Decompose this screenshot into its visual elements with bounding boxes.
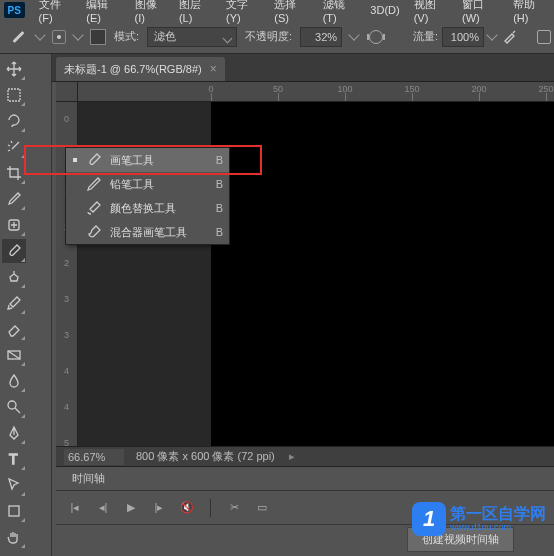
first-frame-icon[interactable]: |◂ <box>68 501 82 515</box>
dodge-tool[interactable] <box>2 395 26 419</box>
flyout-item-label: 铅笔工具 <box>110 177 208 192</box>
eyedropper-tool[interactable] <box>2 187 26 211</box>
menu-image[interactable]: 图像(I) <box>129 0 171 26</box>
timeline-tabs: 时间轴 <box>56 467 554 491</box>
app-logo: PS <box>4 2 25 18</box>
spot-heal-tool[interactable] <box>2 213 26 237</box>
clone-stamp-tool[interactable] <box>2 265 26 289</box>
gradient-tool[interactable] <box>2 343 26 367</box>
svg-text:T: T <box>9 451 18 467</box>
transition-icon[interactable]: ▭ <box>255 501 269 515</box>
blend-mode-select[interactable]: 滤色 <box>147 27 237 47</box>
menu-window[interactable]: 窗口(W) <box>456 0 505 26</box>
opacity-input[interactable]: 32% <box>300 27 342 47</box>
flyout-dot-spacer <box>72 181 78 187</box>
tablet-pressure-icon[interactable] <box>534 27 554 47</box>
opacity-label: 不透明度: <box>245 29 292 44</box>
document-tab-title: 未标题-1 @ 66.7%(RGB/8#) <box>64 62 202 77</box>
flyout-shortcut: B <box>216 226 223 238</box>
move-tool[interactable] <box>2 57 26 81</box>
magic-wand-tool[interactable] <box>2 135 26 159</box>
flyout-shortcut: B <box>216 202 223 214</box>
menu-layer[interactable]: 图层(L) <box>173 0 218 26</box>
history-brush-tool[interactable] <box>2 291 26 315</box>
flyout-dot-spacer <box>72 205 78 211</box>
crop-tool[interactable] <box>2 161 26 185</box>
watermark-url: www.d1qu.com <box>450 522 546 532</box>
type-tool[interactable]: T <box>2 447 26 471</box>
flyout-shortcut: B <box>216 154 223 166</box>
watermark: 1 第一区自学网 www.d1qu.com <box>412 502 546 536</box>
pen-tool[interactable] <box>2 421 26 445</box>
split-icon[interactable]: ✂ <box>227 501 241 515</box>
tools-panel: T ⋯ <box>0 54 52 556</box>
brush-size-preview[interactable] <box>52 30 66 44</box>
flyout-item-label: 颜色替换工具 <box>110 201 208 216</box>
shape-tool[interactable] <box>2 499 26 523</box>
menubar: PS 文件(F) 编辑(E) 图像(I) 图层(L) 文字(Y) 选择(S) 滤… <box>0 0 554 20</box>
next-frame-icon[interactable]: |▸ <box>152 501 166 515</box>
brush-icon <box>86 152 102 168</box>
menu-file[interactable]: 文件(F) <box>33 0 79 26</box>
document-dimensions: 800 像素 x 600 像素 (72 ppi) <box>136 449 275 464</box>
opacity-chevron-icon[interactable] <box>348 29 359 40</box>
menu-edit[interactable]: 编辑(E) <box>80 0 126 26</box>
flyout-active-dot-icon <box>72 157 78 163</box>
menu-help[interactable]: 帮助(H) <box>507 0 554 26</box>
eraser-tool[interactable] <box>2 317 26 341</box>
watermark-logo: 1 <box>412 502 446 536</box>
color-replace-icon <box>86 200 102 216</box>
blend-mode-value: 滤色 <box>154 29 176 44</box>
pressure-opacity-icon[interactable] <box>366 27 386 47</box>
zoom-level-input[interactable]: 66.67% <box>64 449 124 465</box>
play-icon[interactable]: ▶ <box>124 501 138 515</box>
hand-tool[interactable] <box>2 525 26 549</box>
separator <box>210 499 211 517</box>
flyout-shortcut: B <box>216 178 223 190</box>
status-bar: 66.67% 800 像素 x 600 像素 (72 ppi) ▸ <box>56 446 554 466</box>
flyout-pencil-tool[interactable]: 铅笔工具 B <box>66 172 229 196</box>
menu-type[interactable]: 文字(Y) <box>220 0 266 26</box>
pencil-icon <box>86 176 102 192</box>
flow-label: 流量: <box>413 29 438 44</box>
flyout-brush-tool[interactable]: 画笔工具 B <box>66 148 229 172</box>
menu-3d[interactable]: 3D(D) <box>364 2 405 18</box>
flyout-mixer-brush-tool[interactable]: 混合器画笔工具 B <box>66 220 229 244</box>
brush-panel-icon[interactable] <box>90 29 106 45</box>
audio-icon[interactable]: 🔇 <box>180 501 194 515</box>
timeline-tab[interactable]: 时间轴 <box>60 467 117 490</box>
path-select-tool[interactable] <box>2 473 26 497</box>
flow-input[interactable]: 100% <box>442 27 484 47</box>
zoom-tool[interactable] <box>2 551 26 556</box>
flyout-item-label: 混合器画笔工具 <box>110 225 208 240</box>
document-tab-well: 未标题-1 @ 66.7%(RGB/8#) × <box>0 54 554 82</box>
svg-rect-0 <box>8 89 20 101</box>
brush-tool[interactable] <box>2 239 26 263</box>
lasso-tool[interactable] <box>2 109 26 133</box>
marquee-tool[interactable] <box>2 83 26 107</box>
ruler-origin[interactable] <box>56 82 78 102</box>
tab-close-icon[interactable]: × <box>210 62 217 76</box>
menu-filter[interactable]: 滤镜(T) <box>317 0 363 26</box>
tool-preset-chevron-icon[interactable] <box>34 29 45 40</box>
svg-rect-5 <box>9 506 19 516</box>
blur-tool[interactable] <box>2 369 26 393</box>
document-tab[interactable]: 未标题-1 @ 66.7%(RGB/8#) × <box>56 57 225 81</box>
brush-picker-chevron-icon[interactable] <box>72 29 83 40</box>
mode-label: 模式: <box>114 29 139 44</box>
ruler-horizontal[interactable]: 050100150200250300 <box>78 82 554 102</box>
airbrush-icon[interactable] <box>500 27 520 47</box>
document-canvas[interactable] <box>211 102 554 447</box>
watermark-text: 第一区自学网 <box>450 506 546 522</box>
flow-chevron-icon[interactable] <box>486 29 497 40</box>
flyout-color-replace-tool[interactable]: 颜色替换工具 B <box>66 196 229 220</box>
svg-point-3 <box>8 401 16 409</box>
status-info-chevron-icon[interactable]: ▸ <box>287 452 297 462</box>
menu-select[interactable]: 选择(S) <box>268 0 314 26</box>
current-tool-icon[interactable] <box>10 28 28 46</box>
flyout-item-label: 画笔工具 <box>110 153 208 168</box>
prev-frame-icon[interactable]: ◂| <box>96 501 110 515</box>
canvas-area: 050100150200250300 01122334455 画笔工具 B 铅笔… <box>56 82 554 446</box>
menu-view[interactable]: 视图(V) <box>408 0 454 26</box>
flyout-dot-spacer <box>72 229 78 235</box>
